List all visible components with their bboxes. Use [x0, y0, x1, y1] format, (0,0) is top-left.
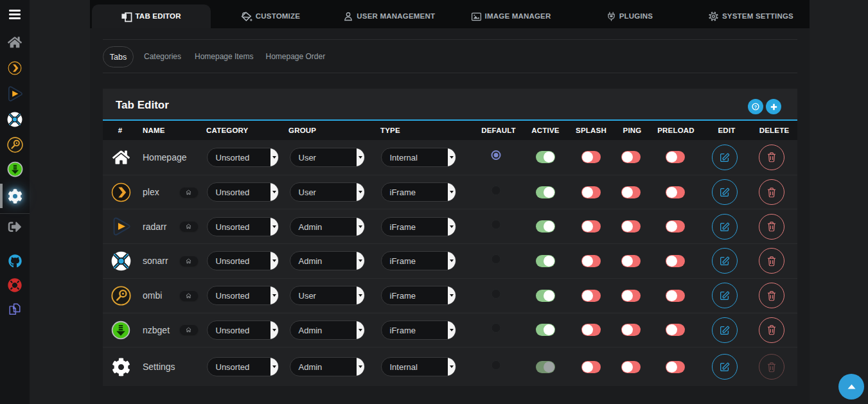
svg-text:?: ? [754, 104, 757, 110]
